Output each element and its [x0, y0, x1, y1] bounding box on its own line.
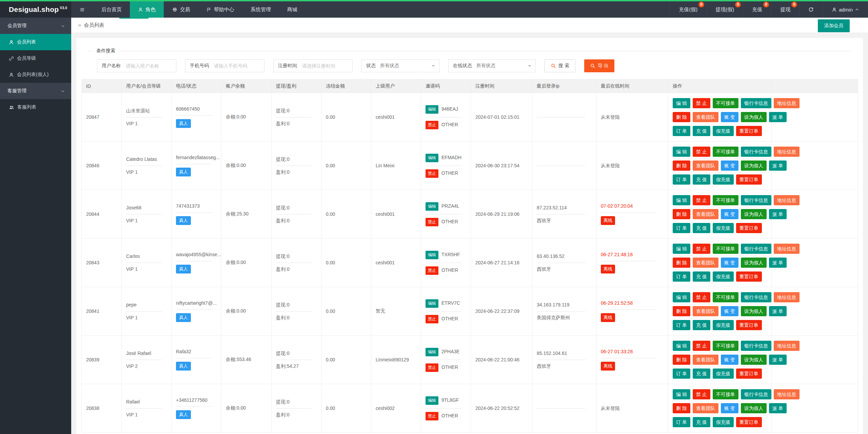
action-button-编辑[interactable]: 编 辑 — [673, 195, 690, 205]
nav-item-角色[interactable]: 角色 — [130, 1, 164, 18]
sidebar-item-客服列表[interactable]: 客服列表 — [0, 99, 71, 115]
nav-item-系统管理[interactable]: 系统管理 — [242, 1, 279, 18]
action-button-充值[interactable]: 充 值 — [693, 223, 710, 233]
ban-invite-button[interactable]: 禁止 — [426, 412, 438, 420]
action-button-禁止[interactable]: 禁 止 — [693, 244, 710, 254]
action-button-订单[interactable]: 订 单 — [673, 174, 690, 185]
action-button-订单[interactable]: 订 单 — [673, 223, 690, 233]
ban-invite-button[interactable]: 禁止 — [426, 218, 438, 226]
edit-invite-button[interactable]: 编辑 — [426, 105, 438, 114]
action-button-编辑[interactable]: 编 辑 — [673, 147, 690, 157]
action-button-充值[interactable]: 充 值 — [693, 320, 710, 330]
edit-invite-button[interactable]: 编辑 — [426, 251, 438, 259]
action-button-重置订单[interactable]: 重置订单 — [736, 223, 762, 233]
action-button-禁止[interactable]: 禁 止 — [693, 195, 710, 205]
action-button-重置订单[interactable]: 重置订单 — [736, 174, 762, 185]
action-button-查看团队[interactable]: 查看团队 — [693, 306, 718, 316]
action-button-假充值[interactable]: 假充值 — [713, 271, 734, 282]
action-button-删除[interactable]: 删 除 — [673, 161, 690, 171]
action-button-重置订单[interactable]: 重置订单 — [736, 417, 762, 427]
action-button-派单[interactable]: 派 单 — [769, 112, 787, 122]
action-button-删除[interactable]: 删 除 — [673, 258, 690, 268]
action-button-派单[interactable]: 派 单 — [769, 403, 787, 413]
action-button-银行卡信息[interactable]: 银行卡信息 — [741, 147, 771, 157]
action-button-设为假人[interactable]: 设为假人 — [741, 355, 767, 365]
action-button-充值[interactable]: 充 值 — [693, 126, 710, 136]
action-button-查看团队[interactable]: 查看团队 — [693, 403, 718, 413]
action-button-删除[interactable]: 删 除 — [673, 112, 690, 122]
action-button-地址信息[interactable]: 地址信息 — [774, 292, 800, 302]
ban-invite-button[interactable]: 禁止 — [426, 121, 438, 129]
action-button-查看团队[interactable]: 查看团队 — [693, 161, 718, 171]
action-button-重置订单[interactable]: 重置订单 — [736, 320, 762, 330]
action-button-重置订单[interactable]: 重置订单 — [736, 126, 762, 136]
action-button-重置订单[interactable]: 重置订单 — [736, 271, 762, 282]
action-button-银行卡信息[interactable]: 银行卡信息 — [741, 389, 771, 399]
ban-invite-button[interactable]: 禁止 — [426, 266, 438, 275]
action-button-银行卡信息[interactable]: 银行卡信息 — [741, 341, 771, 351]
action-button-派单[interactable]: 派 单 — [769, 306, 787, 316]
edit-invite-button[interactable]: 编辑 — [426, 202, 438, 211]
action-button-删除[interactable]: 删 除 — [673, 355, 690, 365]
action-button-账变[interactable]: 账 变 — [721, 258, 738, 268]
edit-invite-button[interactable]: 编辑 — [426, 396, 438, 405]
action-button-假充值[interactable]: 假充值 — [713, 320, 734, 330]
sidebar-group-客服管理[interactable]: 客服管理 — [0, 83, 71, 99]
refresh-button[interactable] — [799, 1, 823, 18]
action-button-充值[interactable]: 充 值 — [693, 369, 710, 379]
action-button-编辑[interactable]: 编 辑 — [673, 98, 690, 108]
edit-invite-button[interactable]: 编辑 — [426, 154, 438, 162]
search-button[interactable]: 搜 索 — [545, 59, 575, 72]
action-button-不可接单[interactable]: 不可接单 — [713, 195, 738, 205]
action-button-编辑[interactable]: 编 辑 — [673, 244, 690, 254]
action-button-假充值[interactable]: 假充值 — [713, 369, 734, 379]
action-button-账变[interactable]: 账 变 — [721, 209, 738, 219]
quick-item-充值[interactable]: 充值0 — [743, 1, 771, 18]
action-button-派单[interactable]: 派 单 — [769, 209, 787, 219]
action-button-假充值[interactable]: 假充值 — [713, 126, 734, 136]
search-input-手机号码[interactable] — [213, 63, 264, 69]
action-button-查看团队[interactable]: 查看团队 — [693, 355, 718, 365]
action-button-编辑[interactable]: 编 辑 — [673, 341, 690, 351]
search-input-注册时间[interactable] — [301, 63, 352, 69]
action-button-不可接单[interactable]: 不可接单 — [713, 244, 738, 254]
action-button-地址信息[interactable]: 地址信息 — [774, 98, 800, 108]
sidebar-toggle-button[interactable] — [71, 1, 93, 18]
action-button-查看团队[interactable]: 查看团队 — [693, 209, 718, 219]
action-button-地址信息[interactable]: 地址信息 — [774, 244, 800, 254]
sidebar-group-会员管理[interactable]: 会员管理 — [0, 18, 71, 34]
action-button-不可接单[interactable]: 不可接单 — [713, 98, 738, 108]
action-button-账变[interactable]: 账 变 — [721, 403, 738, 413]
action-button-设为假人[interactable]: 设为假人 — [741, 209, 767, 219]
nav-item-后台首页[interactable]: 后台首页 — [93, 1, 130, 18]
action-button-禁止[interactable]: 禁 止 — [693, 147, 710, 157]
nav-item-交易[interactable]: 交易 — [164, 1, 198, 18]
ban-invite-button[interactable]: 禁止 — [426, 315, 438, 323]
action-button-删除[interactable]: 删 除 — [673, 209, 690, 219]
action-button-地址信息[interactable]: 地址信息 — [774, 195, 800, 205]
quick-item-充值(假)[interactable]: 充值(假)0 — [670, 1, 706, 18]
action-button-地址信息[interactable]: 地址信息 — [774, 147, 800, 157]
action-button-不可接单[interactable]: 不可接单 — [713, 389, 738, 399]
action-button-银行卡信息[interactable]: 银行卡信息 — [741, 98, 771, 108]
action-button-设为假人[interactable]: 设为假人 — [741, 258, 767, 268]
action-button-派单[interactable]: 派 单 — [769, 161, 787, 171]
action-button-编辑[interactable]: 编 辑 — [673, 292, 690, 302]
action-button-账变[interactable]: 账 变 — [721, 112, 738, 122]
action-button-充值[interactable]: 充 值 — [693, 417, 710, 427]
ban-invite-button[interactable]: 禁止 — [426, 363, 438, 372]
action-button-禁止[interactable]: 禁 止 — [693, 292, 710, 302]
action-button-重置订单[interactable]: 重置订单 — [736, 369, 762, 379]
action-button-订单[interactable]: 订 单 — [673, 320, 690, 330]
action-button-订单[interactable]: 订 单 — [673, 126, 690, 136]
action-button-不可接单[interactable]: 不可接单 — [713, 341, 738, 351]
sidebar-item-会员列表(假人)[interactable]: 会员列表(假人) — [0, 67, 71, 83]
export-button[interactable]: 导 出 — [584, 59, 614, 72]
action-button-设为假人[interactable]: 设为假人 — [741, 112, 767, 122]
action-button-删除[interactable]: 删 除 — [673, 403, 690, 413]
action-button-假充值[interactable]: 假充值 — [713, 417, 734, 427]
action-button-订单[interactable]: 订 单 — [673, 369, 690, 379]
edit-invite-button[interactable]: 编辑 — [426, 299, 438, 308]
search-input-用户名称[interactable] — [125, 63, 176, 69]
action-button-派单[interactable]: 派 单 — [769, 258, 787, 268]
